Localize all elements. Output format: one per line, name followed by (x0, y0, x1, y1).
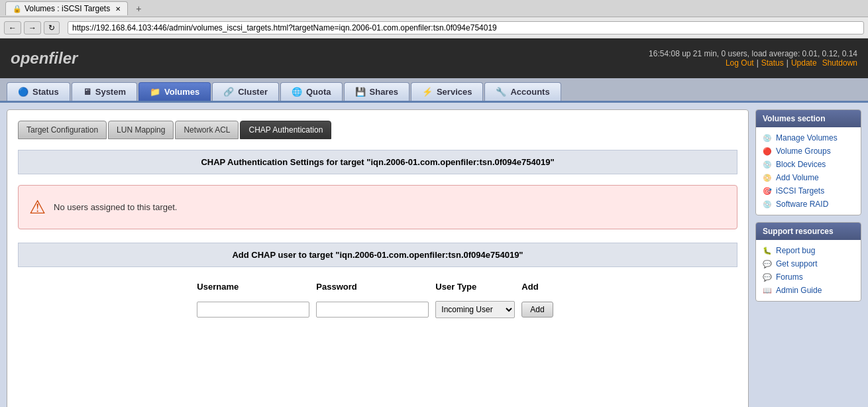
warning-icon: ⚠ (29, 196, 46, 218)
software-raid-icon: 💿 (763, 200, 772, 209)
sidebar-link-manage-volumes[interactable]: 💿 Manage Volumes (759, 131, 858, 145)
support-section-title: Support resources (756, 223, 861, 240)
volume-groups-icon: 🔴 (763, 146, 772, 156)
sidebar: Volumes section 💿 Manage Volumes 🔴 Volum… (755, 109, 861, 407)
nav-item-accounts[interactable]: 🔧 Accounts (484, 82, 561, 101)
volume-groups-label: Volume Groups (776, 146, 831, 156)
browser-nav-controls: ← → ↻ (4, 21, 60, 34)
system-nav-icon: 🖥 (83, 87, 91, 97)
shutdown-link[interactable]: Shutdown (822, 58, 857, 68)
sidebar-link-admin-guide[interactable]: 📖 Admin Guide (759, 284, 858, 297)
nav-item-quota[interactable]: 🌐 Quota (280, 82, 343, 101)
tab-lun-mapping[interactable]: LUN Mapping (108, 121, 174, 139)
support-section-box: Support resources 🐛 Report bug 💬 Get sup… (755, 222, 861, 302)
nav-item-volumes-label: Volumes (164, 87, 199, 97)
sidebar-link-iscsi-targets[interactable]: 🎯 iSCSI Targets (759, 184, 858, 198)
username-input[interactable] (197, 302, 309, 318)
logout-link[interactable]: Log Out (726, 58, 754, 68)
password-cell (316, 298, 434, 321)
block-devices-icon: 💿 (763, 160, 772, 169)
sidebar-link-software-raid[interactable]: 💿 Software RAID (759, 198, 858, 211)
close-tab-icon[interactable]: ✕ (115, 5, 121, 13)
quota-nav-icon: 🌐 (292, 87, 302, 97)
volumes-section-box: Volumes section 💿 Manage Volumes 🔴 Volum… (755, 109, 861, 215)
user-type-column-header: User Type (435, 279, 520, 297)
content-area: Target Configuration LUN Mapping Network… (7, 109, 749, 407)
new-tab-button[interactable]: + (131, 1, 146, 16)
nav-item-accounts-label: Accounts (510, 87, 549, 97)
warning-text: No users assigned to this target. (54, 202, 177, 212)
nav-item-status[interactable]: 🔵 Status (7, 82, 70, 101)
browser-tabs: 🔒 Volumes : iSCSI Targets ✕ + (5, 1, 146, 16)
update-link[interactable]: Update (791, 58, 817, 68)
nav-item-volumes[interactable]: 📁 Volumes (138, 82, 211, 101)
accounts-nav-icon: 🔧 (496, 87, 506, 97)
nav-bar: 🔵 Status 🖥 System 📁 Volumes 🔗 Cluster 🌐 … (0, 78, 868, 103)
admin-guide-label: Admin Guide (776, 286, 822, 295)
software-raid-label: Software RAID (776, 200, 828, 209)
header-status-text: 16:54:08 up 21 min, 0 users, load averag… (649, 49, 857, 58)
user-type-select[interactable]: Incoming User Outgoing User (435, 301, 515, 318)
admin-guide-icon: 📖 (763, 286, 772, 295)
add-button-cell: Add (521, 298, 558, 321)
header-right: 16:54:08 up 21 min, 0 users, load averag… (649, 49, 857, 68)
add-chap-header: Add CHAP user to target "iqn.2006-01.com… (18, 243, 737, 267)
nav-item-cluster[interactable]: 🔗 Cluster (212, 82, 279, 101)
shares-nav-icon: 💾 (355, 87, 366, 97)
volumes-nav-icon: 📁 (150, 87, 160, 97)
add-volume-label: Add Volume (776, 173, 819, 182)
sidebar-link-forums[interactable]: 💬 Forums (759, 270, 858, 284)
get-support-label: Get support (776, 259, 818, 268)
browser-tab-favicon: 🔒 (13, 5, 22, 13)
nav-item-shares-label: Shares (370, 87, 398, 97)
form-input-row: Incoming User Outgoing User Add (197, 298, 558, 321)
nav-item-system[interactable]: 🖥 System (72, 82, 137, 101)
status-nav-icon: 🔵 (18, 87, 28, 97)
manage-volumes-label: Manage Volumes (776, 133, 838, 143)
nav-item-services-label: Services (437, 87, 472, 97)
report-bug-label: Report bug (776, 246, 815, 255)
sidebar-link-volume-groups[interactable]: 🔴 Volume Groups (759, 145, 858, 158)
tabs-bar: Target Configuration LUN Mapping Network… (18, 121, 737, 139)
volumes-section-content: 💿 Manage Volumes 🔴 Volume Groups 💿 Block… (756, 127, 861, 215)
browser-tab-title: Volumes : iSCSI Targets (25, 4, 110, 13)
manage-volumes-icon: 💿 (763, 133, 772, 143)
block-devices-label: Block Devices (776, 160, 826, 169)
cluster-nav-icon: 🔗 (223, 87, 234, 97)
form-header-row: Username Password User Type Add (197, 279, 558, 297)
sidebar-link-report-bug[interactable]: 🐛 Report bug (759, 244, 858, 257)
nav-item-shares[interactable]: 💾 Shares (344, 82, 409, 101)
tab-network-acl[interactable]: Network ACL (175, 121, 239, 139)
address-bar[interactable] (68, 21, 864, 34)
app-logo: openfiler (11, 49, 78, 68)
browser-title-bar: 🔒 Volumes : iSCSI Targets ✕ + (0, 0, 868, 17)
tab-target-configuration[interactable]: Target Configuration (18, 121, 107, 139)
password-input[interactable] (316, 302, 429, 318)
sidebar-link-get-support[interactable]: 💬 Get support (759, 257, 858, 270)
status-link[interactable]: Status (761, 58, 784, 68)
get-support-icon: 💬 (763, 259, 772, 268)
warning-box: ⚠ No users assigned to this target. (18, 185, 737, 229)
add-column-header: Add (521, 279, 558, 297)
chap-settings-header: CHAP Authentication Settings for target … (18, 150, 737, 174)
sidebar-link-add-volume[interactable]: 📀 Add Volume (759, 171, 858, 184)
sidebar-link-block-devices[interactable]: 💿 Block Devices (759, 158, 858, 171)
volumes-section-title: Volumes section (756, 110, 861, 127)
support-section-content: 🐛 Report bug 💬 Get support 💬 Forums 📖 Ad… (756, 240, 861, 301)
forward-button[interactable]: → (24, 21, 41, 34)
nav-item-cluster-label: Cluster (238, 87, 268, 97)
forums-icon: 💬 (763, 272, 772, 282)
add-button[interactable]: Add (521, 302, 553, 318)
browser-tab[interactable]: 🔒 Volumes : iSCSI Targets ✕ (5, 1, 128, 15)
password-column-header: Password (316, 279, 434, 297)
report-bug-icon: 🐛 (763, 246, 772, 255)
header-links: Log Out | Status | Update Shutdown (726, 58, 857, 68)
add-volume-icon: 📀 (763, 173, 772, 182)
chap-form-table: Username Password User Type Add Incoming… (195, 278, 559, 322)
username-column-header: Username (197, 279, 315, 297)
tab-chap-authentication[interactable]: CHAP Authentication (240, 121, 331, 139)
back-button[interactable]: ← (4, 21, 21, 34)
refresh-button[interactable]: ↻ (44, 21, 60, 34)
nav-item-services[interactable]: ⚡ Services (411, 82, 484, 101)
username-cell (197, 298, 315, 321)
